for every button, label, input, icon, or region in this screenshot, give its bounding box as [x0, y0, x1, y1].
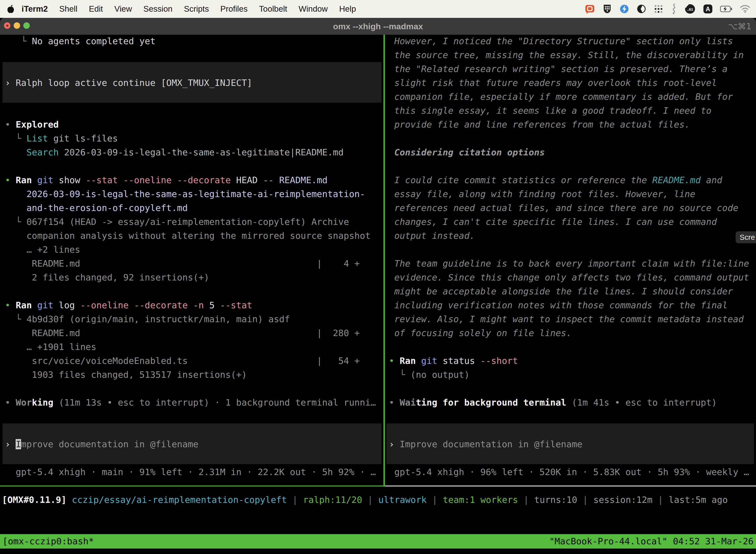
terminal-line: companion analysis without altering the …	[0, 229, 383, 243]
terminal-line: However, I noticed the "Directory Struct…	[385, 34, 756, 48]
grid-dots-icon[interactable]	[653, 4, 664, 14]
traffic-lights	[4, 22, 30, 29]
terminal-line: Considering citation options	[385, 146, 756, 159]
apple-menu-icon[interactable]	[7, 4, 14, 13]
pane-border-bottom-left	[0, 486, 385, 487]
terminal-line: 2 files changed, 92 insertions(+)	[0, 271, 383, 284]
terminal-line: gpt-5.4 xhigh · 96% left · 520K in · 5.8…	[385, 465, 756, 479]
wifi-icon[interactable]	[740, 5, 751, 13]
terminal-line: I could cite commit statistics or refere…	[385, 173, 756, 187]
menu-item-view[interactable]: View	[109, 4, 138, 14]
svg-text:A: A	[706, 5, 710, 12]
badge-61-icon[interactable]: ..61	[684, 4, 696, 14]
terminal-line: README.md | 280 +	[0, 326, 383, 340]
squiggle-icon[interactable]	[671, 3, 677, 15]
terminal-line: src/voice/voiceModeEnabled.ts | 54 +	[0, 354, 383, 368]
terminal-line: … +2 lines	[0, 243, 383, 257]
window-shortcut-badge: ⌥⌘1	[728, 18, 752, 35]
loop-icon[interactable]	[636, 4, 646, 14]
terminal-line: • Ran git show --stat --oneline --decora…	[0, 173, 383, 187]
terminal-line: might be acceptable alongside the file l…	[385, 284, 756, 298]
menu-item-session[interactable]: Session	[138, 4, 178, 14]
battery-icon[interactable]	[720, 6, 733, 12]
terminal-line: the source tree, missing the essay. Stil…	[385, 48, 756, 62]
menu-item-window[interactable]: Window	[293, 4, 333, 14]
terminal-line: references need actual files, and since …	[385, 201, 756, 215]
terminal-line: and-the-erosion-of-copyleft.md	[0, 201, 383, 215]
tmux-host-clock: "MacBook-Pro-44.local" 04:52 31-Mar-26	[549, 534, 754, 549]
terminal-line: › Improve documentation in @filename	[0, 437, 383, 451]
svg-text:..61: ..61	[687, 7, 693, 11]
tmux-pane-right[interactable]: However, I noticed the "Directory Struct…	[385, 34, 756, 486]
menu-items: iTerm2ShellEditViewSessionScriptsProfile…	[16, 4, 362, 14]
terminal-line: slight risk that future readers may over…	[385, 76, 756, 90]
terminal-line: • Waiting for background terminal (1m 41…	[385, 396, 756, 409]
alfred-icon[interactable]	[619, 4, 629, 14]
terminal-line: └ List git ls-files	[0, 131, 383, 146]
terminal-line: └ 4b9d30f (origin/main, instructkr/main,…	[0, 312, 383, 326]
terminal-line: • Explored	[0, 118, 383, 131]
terminal-line: README.md | 4 +	[0, 257, 383, 271]
terminal-line: review. Also, I might want to inspect th…	[385, 312, 756, 326]
tmux-session-label: [omx-cczip0:bash*	[2, 534, 94, 549]
terminal-line: › Ralph loop active continue [OMX_TMUX_I…	[0, 76, 383, 90]
terminal-line: including verification notes with those …	[385, 298, 756, 312]
terminal-line: of focusing solely on file lines.	[385, 326, 756, 340]
terminal-line: • Working (11m 13s • esc to interrupt) ·…	[0, 396, 383, 409]
menu-item-toolbelt[interactable]: Toolbelt	[253, 4, 293, 14]
terminal-line: • Ran git status --short	[385, 354, 756, 368]
terminal-line: output instead.	[385, 229, 756, 243]
minimize-button[interactable]	[14, 22, 20, 29]
menu-item-edit[interactable]: Edit	[83, 4, 109, 14]
menu-item-profiles[interactable]: Profiles	[214, 4, 253, 14]
tmux-pane-left[interactable]: └ No agents completed yet› Ralph loop ac…	[0, 34, 383, 486]
terminal-line: essay file, along with finding root file…	[385, 187, 756, 201]
terminal-line: 1903 files changed, 513517 insertions(+)	[0, 368, 383, 382]
terminal-line: gpt-5.4 xhigh · main · 91% left · 2.31M …	[0, 465, 383, 479]
terminal-line: changes, I can't cite specific file line…	[385, 215, 756, 229]
menu-item-iterm2[interactable]: iTerm2	[16, 4, 54, 14]
terminal-line: provide file and line references from th…	[385, 118, 756, 131]
menu-item-help[interactable]: Help	[333, 4, 362, 14]
menu-item-scripts[interactable]: Scripts	[178, 4, 214, 14]
terminal-line: └ (no output)	[385, 368, 756, 382]
pane-divider-vertical[interactable]	[383, 35, 385, 486]
terminal-line: › Improve documentation in @filename	[385, 437, 756, 451]
screen-tooltip: Scre	[736, 231, 756, 243]
terminal-line: • Ran git log --oneline --decorate -n 5 …	[0, 298, 383, 312]
tmux-status-bar: [omx-cczip0:bash* "MacBook-Pro-44.local"…	[0, 534, 756, 549]
desktop: iTerm2ShellEditViewSessionScriptsProfile…	[0, 0, 756, 554]
screen-tooltip-label: Scre	[740, 233, 755, 241]
omx-status-line: [OMX#0.11.9] cczip/essay/ai-reimplementa…	[2, 493, 728, 507]
menu-item-shell[interactable]: Shell	[54, 4, 83, 14]
menu-bar: iTerm2ShellEditViewSessionScriptsProfile…	[0, 0, 756, 18]
terminal-line: the "Related research writing" section i…	[385, 62, 756, 76]
terminal-line: └ 067f154 (HEAD -> essay/ai-reimplementa…	[0, 215, 383, 229]
terminal-line: this single essay, it seems like a good …	[385, 104, 756, 118]
terminal-line: 2026-03-09-is-legal-the-same-as-legitima…	[0, 187, 383, 201]
menu-status-icons: ..61 A	[585, 3, 756, 15]
close-button[interactable]	[4, 22, 10, 29]
zoom-button[interactable]	[23, 22, 30, 29]
terminal-line: └ No agents completed yet	[0, 34, 383, 48]
terminal-line: … +1901 lines	[0, 340, 383, 354]
terminal-line: The team guideline is to back every impo…	[385, 257, 756, 271]
input-source-icon[interactable]: A	[703, 4, 713, 14]
pane-border-bottom-right	[385, 486, 756, 487]
window-title-bar[interactable]: omx --xhigh --madmax ⌥⌘1	[0, 18, 756, 35]
keymapp-icon[interactable]	[602, 4, 612, 14]
terminal-line: evidence. Since this change only affects…	[385, 271, 756, 284]
screen-recording-icon[interactable]	[585, 4, 595, 14]
terminal-line: companion file, especially if more comme…	[385, 90, 756, 104]
window-title: omx --xhigh --madmax	[333, 21, 423, 31]
terminal-line: Search 2026-03-09-is-legal-the-same-as-l…	[0, 146, 383, 159]
